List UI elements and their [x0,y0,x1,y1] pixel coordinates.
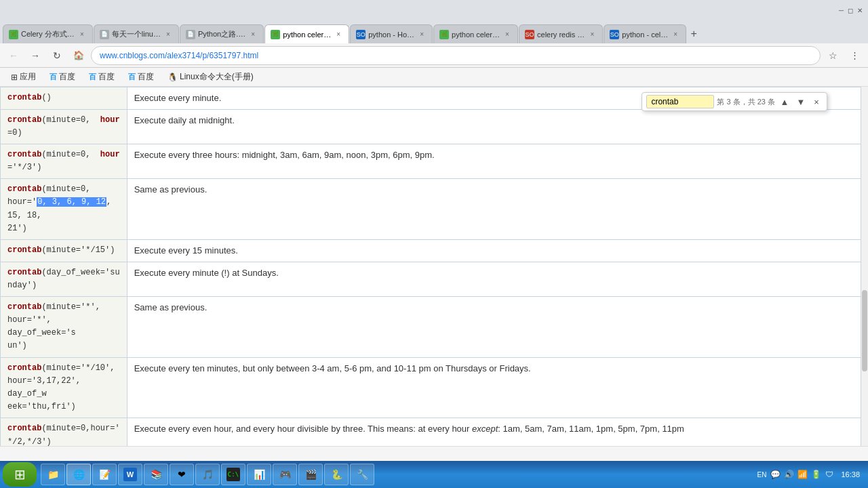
tab-close-8[interactable]: × [671,30,680,39]
tab-bar: 🌿 Celery 分布式… × 📄 每天一个linu… × 📄 Python之路… [0,20,868,43]
taskbar-app-word[interactable]: W [118,464,142,485]
bookmark-apps[interactable]: ⊞ 应用 [5,70,41,84]
code-text: crontab(minute=0, hour='*/3') [7,150,120,172]
new-tab-btn[interactable]: + [687,24,701,43]
desc-cell: Execute every three hours: midnight, 3am… [127,144,861,178]
tab-close-5[interactable]: × [417,30,427,39]
tab-label-4: python celer… [283,30,331,39]
home-btn[interactable]: 🏠 [69,46,88,65]
find-prev-btn[interactable]: ▲ [778,95,791,108]
music-icon: 🎵 [201,468,214,481]
scrollbar-thumb[interactable] [862,290,867,371]
tab-close-7[interactable]: × [587,30,597,39]
bookmark-baidu1[interactable]: 百 百度 [44,70,81,84]
back-btn[interactable]: ← [4,46,23,65]
code-text: crontab(minute='*/15') [7,245,115,255]
taskbar-app-notepad[interactable]: 📝 [92,464,117,485]
code-text: crontab(day_of_week='sunday') [7,268,120,290]
tab-python-how[interactable]: SO python - Ho… × [350,24,433,43]
start-button[interactable]: ⊞ [3,462,37,487]
tab-close-6[interactable]: × [502,30,512,39]
taskbar-app-video[interactable]: 🎬 [298,464,323,485]
crontab-keyword: crontab [7,184,41,194]
tab-close-3[interactable]: × [248,30,258,39]
system-clock: 16:38 [838,470,863,479]
taskbar-app-folder[interactable]: 📁 [41,464,65,485]
settings-icon: 🔧 [355,468,369,481]
tab-python-celery-active[interactable]: 🌿 python celer… × [264,24,349,43]
taskbar-app-book[interactable]: 📚 [144,464,168,485]
lang-tray-icon[interactable]: EN [755,468,768,481]
address-text: www.cnblogs.com/alex3714/p/6351797.html [100,51,812,60]
code-text: crontab(minute=0,hour='*/2,*/3') [7,424,120,446]
taskbar-right: EN 💬 🔊 📶 🔋 🛡 16:38 [755,468,865,481]
tab-label-3: Python之路.… [198,29,245,39]
battery-tray-icon[interactable]: 🔋 [810,468,822,481]
find-bar: 第 3 条，共 23 条 ▲ ▼ × [642,92,827,111]
bookmark-linux[interactable]: 🐧 Linux命令大全(手册) [162,70,259,84]
tab-favicon-7: SO [525,30,534,39]
tab-label-8: python - cel… [622,30,668,39]
address-bar[interactable]: www.cnblogs.com/alex3714/p/6351797.html [91,46,821,65]
tab-celery-dist[interactable]: 🌿 Celery 分布式… × [3,24,93,43]
python-icon: 🐍 [330,468,343,481]
forward-btn[interactable]: → [26,46,45,65]
tab-linux[interactable]: 📄 每天一个linu… × [94,24,179,43]
taskbar-app-python[interactable]: 🐍 [324,464,349,485]
tab-close-2[interactable]: × [163,30,173,39]
tab-close-1[interactable]: × [77,30,87,39]
linux-cmd-label: Linux命令大全(手册) [180,71,254,83]
tab-label-6: python celer… [452,30,500,39]
taskbar-app-settings[interactable]: 🔧 [350,464,374,485]
tab-favicon-6: 🌿 [439,30,449,39]
tab-favicon-8: SO [610,30,619,39]
find-close-btn[interactable]: × [810,96,823,108]
tab-python-celery2[interactable]: 🌿 python celer… × [433,24,518,43]
tab-label-2: 每天一个linu… [112,29,161,39]
reload-btn[interactable]: ↻ [47,46,66,65]
taskbar-app-music[interactable]: 🎵 [195,464,220,485]
taskbar-app-chart[interactable]: 📊 [247,464,271,485]
minimize-btn[interactable]: ─ [839,7,844,14]
wrench-btn[interactable]: ⋮ [845,46,864,65]
baidu2-label: 百度 [98,71,115,83]
table-row: crontab(minute=0, hour=0) Execute daily … [1,109,861,144]
desc-cell: Same as previous. [127,179,861,240]
table-row: crontab(minute=0, hour='*/3') Execute ev… [1,144,861,178]
table-row: crontab(minute='*',hour='*', day_of_week… [1,296,861,357]
code-cell: crontab(minute='*/15') [1,240,127,262]
security-tray-icon[interactable]: 🛡 [823,468,835,481]
tab-close-4[interactable]: × [334,30,343,39]
bookmark-baidu3[interactable]: 百 百度 [123,70,159,84]
baidu3-icon: 百 [128,72,136,82]
bookmark-star-btn[interactable]: ☆ [823,46,842,65]
desc-cell: Execute every 15 minutes. [127,240,861,262]
taskbar-app-game[interactable]: 🎮 [273,464,297,485]
code-cell: crontab(minute=0,hour='*/2,*/3') [1,418,127,446]
network-tray-icon[interactable]: 📶 [796,468,808,481]
tab-label-7: celery redis … [537,30,585,39]
close-btn[interactable]: ✕ [857,7,863,14]
taskbar-app-terminal[interactable]: C:\ [221,464,245,485]
chat-tray-icon[interactable]: 💬 [769,468,781,481]
chart-icon: 📊 [252,468,266,481]
tab-python-cel[interactable]: SO python - cel… × [604,24,686,43]
tab-celery-redis[interactable]: SO celery redis … × [519,24,603,43]
tab-favicon-5: SO [356,30,366,39]
heart-icon: ❤ [175,468,189,481]
scrollbar[interactable] [861,87,868,446]
find-next-btn[interactable]: ▼ [794,95,808,108]
bookmark-baidu2[interactable]: 百 百度 [83,70,120,84]
desc-cell: Same as previous. [127,296,861,357]
find-input[interactable] [646,95,714,108]
restore-btn[interactable]: ◻ [848,7,853,14]
taskbar-app-heart[interactable]: ❤ [170,464,194,485]
terminal-icon: C:\ [226,468,240,481]
volume-tray-icon[interactable]: 🔊 [783,468,795,481]
tab-python-road[interactable]: 📄 Python之路.… × [180,24,264,43]
baidu1-icon: 百 [50,72,57,82]
folder-icon: 📁 [46,468,60,481]
taskbar-app-browser[interactable]: 🌐 [66,464,91,485]
status-bar [0,446,868,461]
video-icon: 🎬 [304,468,317,481]
